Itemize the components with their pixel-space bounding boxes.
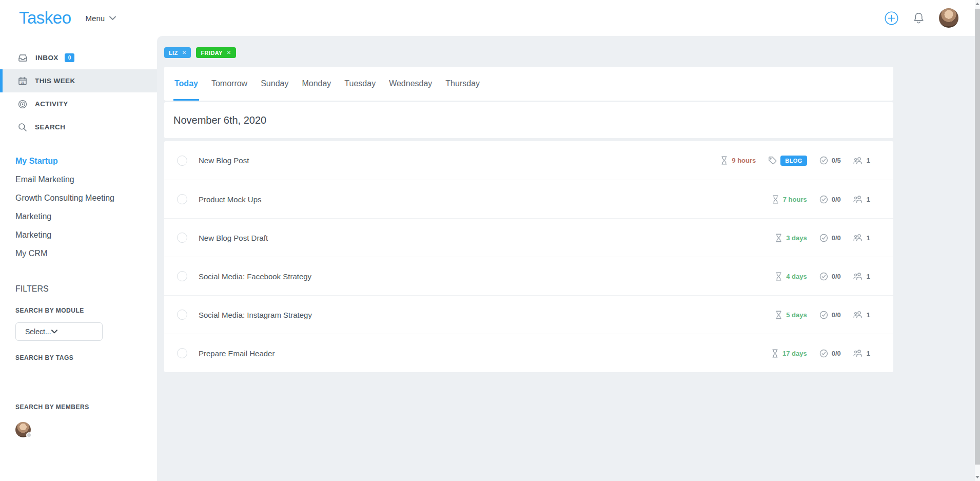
day-tab[interactable]: Today <box>173 67 199 101</box>
member-filter-avatar[interactable] <box>15 422 31 437</box>
active-filter-chips: LIZ ✕ FRIDAY ✕ <box>164 47 980 58</box>
sidebar-item-search[interactable]: SEARCH <box>0 116 157 139</box>
task-checklist-count: 0/0 <box>832 273 841 280</box>
day-tab[interactable]: Monday <box>301 67 332 101</box>
project-list-item[interactable]: Email Marketing <box>0 170 157 189</box>
members-icon <box>853 272 863 280</box>
filter-chip[interactable]: LIZ ✕ <box>164 47 191 58</box>
module-select-value: Select... <box>25 328 51 336</box>
task-checklist: 0/5 <box>819 156 841 165</box>
task-members-count: 1 <box>867 311 870 319</box>
task-complete-checkbox[interactable] <box>177 156 187 166</box>
day-tab-label: Tuesday <box>344 79 376 88</box>
project-list-item[interactable]: Marketing <box>0 207 157 226</box>
day-tab[interactable]: Wednesday <box>388 67 433 101</box>
day-tab[interactable]: Tuesday <box>343 67 377 101</box>
task-row[interactable]: Product Mock Ups 7 hours <box>164 180 893 218</box>
project-list-item[interactable]: Growth Consulting Meeting <box>0 189 157 207</box>
notifications-bell-icon[interactable] <box>913 12 925 25</box>
task-complete-checkbox[interactable] <box>177 194 187 204</box>
filters-title: FILTERS <box>15 284 157 294</box>
sidebar-item-inbox[interactable]: INBOX 0 <box>0 46 157 69</box>
app-logo[interactable]: Taskeo <box>19 8 71 28</box>
day-tab-label: Tomorrow <box>211 79 247 88</box>
task-row[interactable]: New Blog Post Draft 3 days <box>164 218 893 257</box>
task-meta: 7 hours <box>772 195 870 204</box>
project-label: My Startup <box>15 157 58 166</box>
task-members: 1 <box>853 234 870 242</box>
day-tab[interactable]: Tomorrow <box>210 67 248 101</box>
close-icon[interactable]: ✕ <box>227 50 231 55</box>
day-tab[interactable]: Thursday <box>444 67 481 101</box>
add-button[interactable] <box>885 11 898 25</box>
task-members: 1 <box>853 349 870 357</box>
task-members-count: 1 <box>867 273 870 280</box>
hourglass-icon <box>771 349 779 358</box>
scrollbar-up-arrow[interactable] <box>975 3 979 5</box>
members-icon <box>853 157 863 165</box>
task-members-count: 1 <box>867 350 870 357</box>
check-circle-icon <box>819 311 828 319</box>
task-row[interactable]: New Blog Post 9 hours <box>164 141 893 180</box>
menu-button[interactable]: Menu <box>86 14 116 23</box>
task-meta: 4 days <box>775 272 870 281</box>
task-members-count: 1 <box>867 196 870 203</box>
user-avatar[interactable] <box>939 8 958 28</box>
project-label: Marketing <box>15 212 51 221</box>
day-tab[interactable]: Sunday <box>260 67 289 101</box>
task-complete-checkbox[interactable] <box>177 271 187 281</box>
hourglass-icon <box>720 156 728 165</box>
header-actions <box>885 8 958 28</box>
task-members: 1 <box>853 157 870 165</box>
task-tag-chip[interactable]: BLOG <box>780 156 807 166</box>
filter-chip[interactable]: FRIDAY ✕ <box>196 47 236 58</box>
check-circle-icon <box>819 195 828 204</box>
task-complete-checkbox[interactable] <box>177 233 187 243</box>
app-root: Taskeo Menu INBOX 0 <box>0 0 980 481</box>
task-duration: 17 days <box>771 349 807 358</box>
sidebar-item-activity[interactable]: ACTIVITY <box>0 92 157 116</box>
task-checklist: 0/0 <box>819 272 841 281</box>
day-tab-label: Today <box>174 79 198 88</box>
task-duration: 7 hours <box>772 195 807 204</box>
activity-icon <box>18 100 35 109</box>
scrollbar-down-arrow[interactable] <box>975 476 979 478</box>
sidebar-item-this-week[interactable]: 31 THIS WEEK <box>0 69 157 92</box>
task-complete-checkbox[interactable] <box>177 310 187 320</box>
project-list-item[interactable]: Marketing <box>0 226 157 244</box>
task-meta: 3 days <box>775 234 870 242</box>
task-duration-value: 4 days <box>786 273 807 280</box>
task-row[interactable]: Social Media: Instagram Strategy 5 days <box>164 295 893 334</box>
members-icon <box>853 311 863 319</box>
module-select[interactable]: Select... <box>15 322 103 341</box>
project-label: Email Marketing <box>15 175 74 184</box>
task-duration: 4 days <box>775 272 807 281</box>
task-title: New Blog Post Draft <box>199 234 268 242</box>
search-by-module-label: SEARCH BY MODULE <box>15 307 157 314</box>
day-tab-label: Thursday <box>445 79 480 88</box>
task-title: Social Media: Facebook Strategy <box>199 272 311 281</box>
task-row[interactable]: Social Media: Facebook Strategy 4 days <box>164 257 893 295</box>
task-members: 1 <box>853 195 870 203</box>
task-members: 1 <box>853 272 870 280</box>
filter-chip-label: FRIDAY <box>201 50 222 56</box>
hourglass-icon <box>775 311 782 319</box>
task-members-count: 1 <box>867 157 870 164</box>
task-row[interactable]: Prepare Email Header 17 days <box>164 334 893 372</box>
project-list-item[interactable]: My CRM <box>0 244 157 263</box>
sidebar-item-label: INBOX <box>35 54 58 62</box>
task-checklist-count: 0/0 <box>832 234 841 242</box>
close-icon[interactable]: ✕ <box>182 50 187 55</box>
task-title: Social Media: Instagram Strategy <box>199 311 312 319</box>
task-duration-value: 3 days <box>786 234 807 242</box>
filter-chip-label: LIZ <box>169 50 178 56</box>
task-title: New Blog Post <box>199 156 249 165</box>
scrollbar-thumb[interactable] <box>975 9 980 465</box>
sidebar-item-label: THIS WEEK <box>35 77 75 85</box>
task-checklist-count: 0/0 <box>832 311 841 319</box>
project-list-item[interactable]: My Startup <box>0 152 157 170</box>
scrollbar-track[interactable] <box>975 0 980 481</box>
task-checklist: 0/0 <box>819 311 841 319</box>
task-complete-checkbox[interactable] <box>177 348 187 358</box>
day-tab-label: Sunday <box>261 79 288 88</box>
